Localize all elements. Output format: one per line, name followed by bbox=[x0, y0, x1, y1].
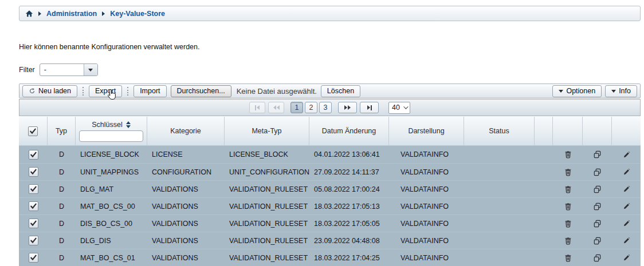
delete-icon[interactable] bbox=[561, 183, 574, 196]
cell-kategorie: VALIDATIONS bbox=[147, 181, 225, 197]
table-row[interactable]: D DIS_BO_CS_00 VALIDATIONS VALIDATION_RU… bbox=[19, 215, 641, 232]
paginator-last-button[interactable] bbox=[360, 102, 379, 113]
copy-icon[interactable] bbox=[591, 252, 604, 264]
filter-row: Filter - bbox=[19, 63, 98, 76]
paginator-pages: 123 bbox=[290, 102, 332, 113]
edit-icon[interactable] bbox=[620, 252, 633, 264]
copy-icon[interactable] bbox=[591, 235, 604, 247]
filter-dropdown-button[interactable] bbox=[84, 64, 97, 76]
paginator-next-button[interactable] bbox=[338, 102, 357, 113]
paginator-prev-button[interactable] bbox=[268, 102, 284, 113]
row-checkbox[interactable] bbox=[29, 253, 38, 263]
table-row[interactable]: D UNIT_MAPPINGS CONFIGURATION UNIT_CONFI… bbox=[19, 163, 641, 180]
header-spacer bbox=[535, 117, 553, 145]
cell-kategorie: VALIDATIONS bbox=[147, 232, 225, 249]
copy-icon[interactable] bbox=[591, 148, 604, 161]
paginator-page-1[interactable]: 1 bbox=[290, 102, 303, 113]
cell-meta-typ: VALIDATION_RULESET bbox=[225, 249, 309, 266]
table-body: D LICENSE_BLOCK LICENSE LICENSE_BLOCK 04… bbox=[19, 146, 641, 266]
cell-schluessel: DIS_BO_CS_00 bbox=[76, 215, 147, 232]
breadcrumb-link-administration[interactable]: Administration bbox=[46, 10, 97, 18]
breadcrumb-link-key-value-store[interactable]: Key-Value-Store bbox=[110, 10, 165, 18]
copy-icon[interactable] bbox=[591, 217, 604, 230]
cell-typ: D bbox=[48, 249, 76, 266]
table-row[interactable]: D LICENSE_BLOCK LICENSE LICENSE_BLOCK 04… bbox=[19, 146, 641, 163]
browse-file-button-label: Durchsuchen... bbox=[177, 87, 225, 95]
page-size-value: 40 bbox=[392, 104, 400, 112]
filter-dropdown[interactable]: - bbox=[40, 63, 98, 76]
header-copy-col bbox=[583, 117, 612, 145]
row-checkbox[interactable] bbox=[29, 184, 38, 194]
last-page-icon bbox=[367, 105, 370, 110]
edit-icon[interactable] bbox=[620, 148, 633, 161]
paginator-page-3[interactable]: 3 bbox=[319, 102, 332, 113]
paginator-page-2[interactable]: 2 bbox=[305, 102, 317, 113]
edit-icon[interactable] bbox=[620, 217, 633, 230]
paginator-first-button[interactable] bbox=[249, 102, 265, 113]
breadcrumb-arrow-icon bbox=[102, 11, 105, 16]
breadcrumb: Administration Key-Value-Store bbox=[19, 6, 641, 21]
page-size-select[interactable]: 40 bbox=[388, 102, 410, 114]
edit-icon[interactable] bbox=[620, 235, 633, 247]
edit-icon[interactable] bbox=[620, 200, 633, 213]
info-menu-label: Info bbox=[619, 87, 631, 95]
file-status-text: Keine Datei ausgewählt. bbox=[237, 87, 317, 96]
delete-icon[interactable] bbox=[561, 252, 574, 264]
sort-icon[interactable] bbox=[126, 121, 131, 128]
delete-icon[interactable] bbox=[561, 235, 574, 247]
delete-icon[interactable] bbox=[561, 148, 574, 161]
header-schluessel[interactable]: Schlüssel bbox=[76, 117, 147, 145]
table-row[interactable]: D DLG_MAT VALIDATIONS VALIDATION_RULESET… bbox=[19, 180, 641, 197]
cell-darstellung: VALDATAINFO bbox=[389, 181, 464, 197]
filter-dropdown-value: - bbox=[40, 64, 84, 76]
import-button[interactable]: Import bbox=[133, 85, 166, 97]
cell-typ: D bbox=[48, 164, 76, 180]
edit-icon[interactable] bbox=[620, 166, 633, 178]
info-menu-button[interactable]: Info bbox=[605, 85, 637, 97]
schluessel-filter-input[interactable] bbox=[79, 130, 143, 142]
browse-file-button[interactable]: Durchsuchen... bbox=[171, 85, 231, 97]
cell-typ: D bbox=[48, 198, 76, 215]
header-select-all-cell bbox=[19, 117, 48, 145]
cell-meta-typ: VALIDATION_RULESET bbox=[225, 232, 309, 249]
table-row[interactable]: D DLG_DIS VALIDATIONS VALIDATION_RULESET… bbox=[19, 232, 641, 249]
delete-button-label: Löschen bbox=[327, 87, 354, 95]
row-checkbox[interactable] bbox=[29, 201, 38, 211]
copy-icon[interactable] bbox=[591, 166, 604, 178]
home-icon[interactable] bbox=[25, 10, 33, 18]
cell-status bbox=[464, 164, 535, 180]
row-checkbox[interactable] bbox=[29, 167, 38, 177]
row-checkbox[interactable] bbox=[29, 219, 38, 228]
delete-icon[interactable] bbox=[561, 200, 574, 213]
cell-datum: 18.03.2022 17:04:25 bbox=[309, 249, 389, 266]
table-row[interactable]: D MAT_BO_CS_00 VALIDATIONS VALIDATION_RU… bbox=[19, 197, 641, 215]
reload-button[interactable]: Neu laden bbox=[22, 85, 77, 97]
select-all-checkbox[interactable] bbox=[28, 126, 38, 136]
edit-icon[interactable] bbox=[620, 183, 633, 196]
cell-datum: 18.03.2022 17:05:13 bbox=[309, 198, 389, 215]
table-row[interactable]: D MAT_BO_CS_01 VALIDATIONS VALIDATION_RU… bbox=[19, 249, 641, 266]
cell-schluessel: DLG_MAT bbox=[76, 181, 147, 197]
row-checkbox[interactable] bbox=[29, 150, 38, 160]
cell-status bbox=[464, 249, 535, 266]
cell-typ: D bbox=[48, 215, 76, 232]
delete-button[interactable]: Löschen bbox=[321, 85, 360, 97]
refresh-icon bbox=[29, 88, 36, 94]
row-checkbox[interactable] bbox=[29, 236, 38, 245]
chevron-down-icon bbox=[559, 90, 563, 93]
delete-icon[interactable] bbox=[561, 166, 574, 178]
cell-datum: 05.08.2022 17:00:24 bbox=[309, 181, 389, 197]
copy-icon[interactable] bbox=[591, 200, 604, 213]
page: Administration Key-Value-Store Hier könn… bbox=[0, 0, 644, 266]
options-menu-button[interactable]: Optionen bbox=[552, 85, 602, 97]
cell-schluessel: MAT_BO_CS_00 bbox=[76, 198, 147, 215]
cell-status bbox=[464, 181, 535, 197]
next-page-icon bbox=[344, 105, 347, 110]
export-button[interactable]: Export bbox=[89, 85, 122, 97]
intro-text: Hier können benannte Konfigurationen ver… bbox=[19, 43, 200, 51]
cell-typ: D bbox=[48, 181, 76, 197]
cell-darstellung: VALDATAINFO bbox=[389, 164, 464, 180]
import-button-label: Import bbox=[140, 87, 160, 95]
copy-icon[interactable] bbox=[591, 183, 604, 196]
delete-icon[interactable] bbox=[561, 217, 574, 230]
